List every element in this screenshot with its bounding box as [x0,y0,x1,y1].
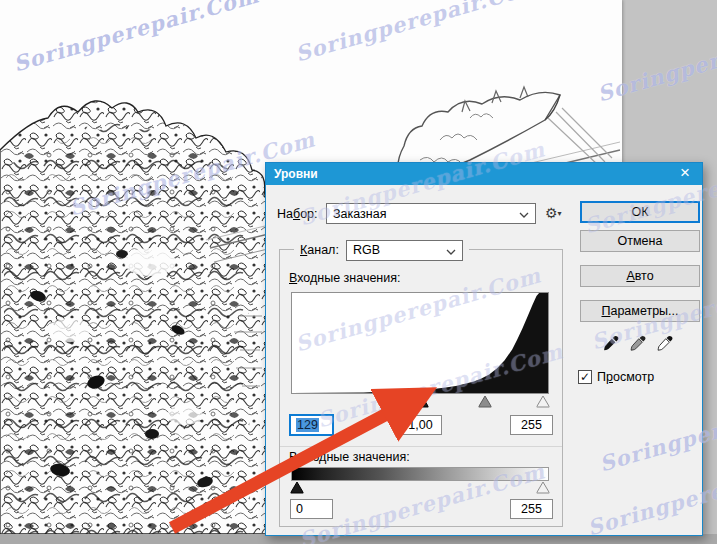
chevron-down-icon [446,249,456,255]
output-black-field[interactable]: 0 [290,499,333,519]
black-point-eyedropper-icon[interactable] [602,335,619,352]
preview-checkbox[interactable]: ✓ [578,370,592,384]
input-gamma-field[interactable]: 1,00 [399,415,442,435]
channel-dropdown[interactable]: RGB [346,240,463,261]
checkmark-icon: ✓ [580,370,590,384]
preset-dropdown[interactable]: Заказная [326,203,536,224]
input-white-slider[interactable] [537,396,550,408]
preview-row: ✓ Просмотр [578,370,654,384]
options-button[interactable]: Параметры... [580,300,700,322]
preview-label: Просмотр [597,370,654,384]
gray-point-eyedropper-icon[interactable] [629,335,646,352]
output-white-field[interactable]: 255 [510,499,553,519]
output-white-slider[interactable] [537,482,550,494]
levels-dialog: Уровни × Набор: Заказная ⚙▾ ОК Отмена Ав… [265,162,703,536]
levels-group: Канал: RGB Входные значения: 129 1,0 [279,249,563,527]
input-midtone-slider[interactable] [479,396,492,408]
channel-value: RGB [353,243,380,257]
ok-button[interactable]: ОК [580,201,700,223]
output-black-slider[interactable] [291,482,304,494]
dialog-title: Уровни [266,167,318,181]
white-point-eyedropper-icon[interactable] [656,335,673,352]
output-levels-label: Выходные значения: [289,450,410,464]
section-divider [280,446,562,447]
output-gradient-bar [291,467,549,481]
eyedropper-toolbar [602,335,702,353]
chevron-down-icon [519,212,529,218]
channel-row: Канал: RGB [294,239,469,261]
input-slider-track [291,396,549,409]
preset-label: Набор: [277,207,318,221]
close-icon[interactable]: × [668,163,702,185]
dialog-titlebar[interactable]: Уровни × [266,163,702,185]
input-black-slider[interactable] [415,396,428,408]
channel-label: Канал: [300,243,339,257]
output-slider-track [291,482,549,495]
histogram [291,292,549,394]
cancel-button[interactable]: Отмена [580,230,700,252]
preset-value: Заказная [333,207,386,221]
auto-button[interactable]: Авто [580,265,700,287]
input-black-field[interactable]: 129 [290,415,333,435]
input-white-field[interactable]: 255 [510,415,553,435]
gear-icon: ⚙ [545,205,558,221]
gear-menu-arrow-icon: ▾ [558,209,562,218]
input-levels-label: Входные значения: [289,271,401,285]
preset-options-button[interactable]: ⚙▾ [545,206,562,221]
